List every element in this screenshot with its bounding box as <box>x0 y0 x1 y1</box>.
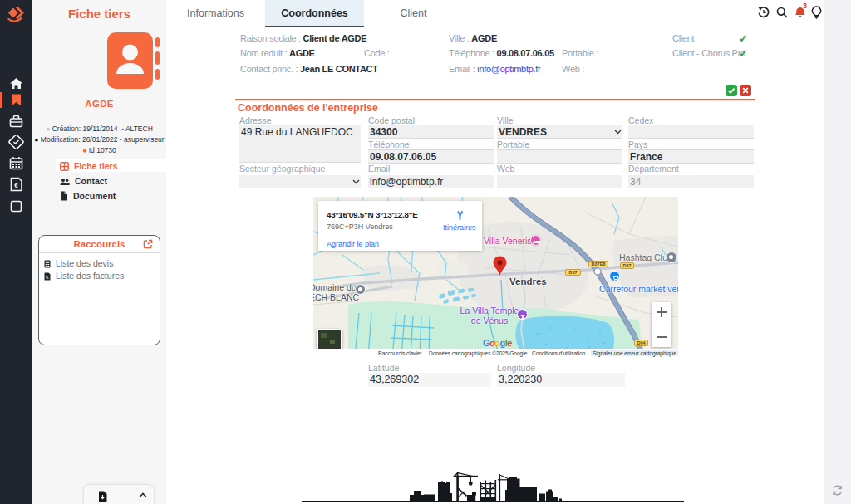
svg-text:€: € <box>14 182 18 189</box>
